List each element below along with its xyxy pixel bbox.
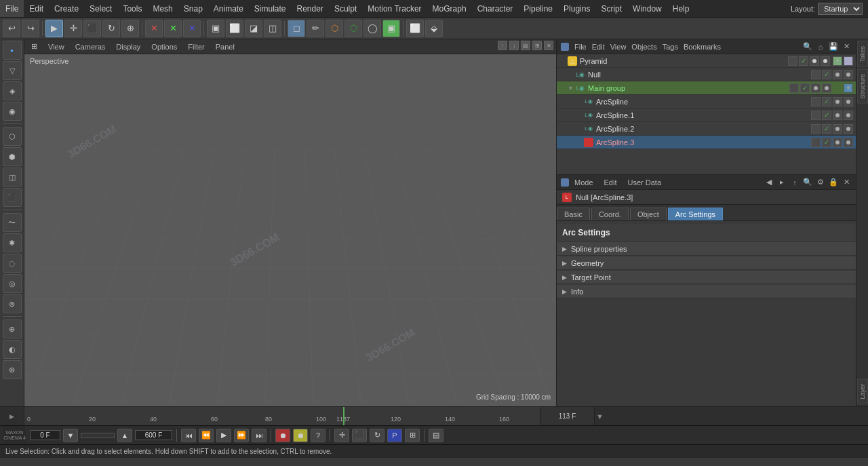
sidebar-spline-5[interactable]: ⊚	[3, 294, 22, 313]
arcspline3-dot-2[interactable]	[844, 138, 853, 147]
arcspline3-check[interactable]: ✓	[822, 138, 831, 147]
arcspline1-badge-1[interactable]	[811, 111, 821, 120]
render-view-button[interactable]: ◪	[245, 20, 262, 37]
obj-expand-main-group[interactable]: ▼	[568, 85, 576, 92]
next-frame-button[interactable]: ⏩	[234, 429, 249, 442]
vp-menu-display[interactable]: Display	[113, 43, 143, 51]
end-frame-input[interactable]	[135, 430, 172, 440]
layout-dropdown[interactable]: Startup	[818, 3, 863, 15]
am-menu-user-data[interactable]: User Data	[628, 178, 662, 187]
nav-cube-button[interactable]: ◻	[288, 20, 305, 37]
sidebar-tool-2[interactable]: ◈	[3, 81, 22, 100]
move-tool-button[interactable]: ✛	[64, 20, 82, 37]
arcspline2-dot-1[interactable]	[833, 124, 842, 134]
sidebar-misc-1[interactable]: ⊕	[3, 319, 22, 338]
transform-tool-button[interactable]: ⊕	[121, 20, 139, 37]
am-close-icon[interactable]: ✕	[841, 177, 852, 188]
paint-button[interactable]: ✏	[307, 20, 324, 37]
pyramid-badge-1[interactable]	[788, 56, 797, 66]
side-tab-layer[interactable]: Layer	[857, 379, 868, 404]
sidebar-misc-2[interactable]: ◐	[3, 340, 22, 359]
frame-step-up[interactable]: ▲	[117, 429, 132, 442]
menu-snap[interactable]: Snap	[178, 0, 208, 17]
arcspline2-badge-1[interactable]	[811, 124, 821, 134]
menu-file[interactable]: File	[0, 0, 24, 17]
redo-button[interactable]: ↪	[22, 20, 39, 37]
sidebar-object-mode[interactable]: ●	[3, 41, 22, 60]
vp-menu-options[interactable]: Options	[149, 43, 180, 51]
obj-row-main-group[interactable]: ▼ L◉ Main group ✓ ⊕	[557, 81, 856, 95]
obj-row-null[interactable]: L◉ Null ✓	[557, 68, 856, 81]
null-check[interactable]: ✓	[822, 70, 831, 79]
am-icon-1[interactable]: ◀	[764, 177, 774, 188]
menu-simulate[interactable]: Simulate	[249, 0, 292, 17]
am-icon-3[interactable]: ↑	[789, 177, 800, 188]
frame-step-down[interactable]: ▼	[63, 429, 78, 442]
zaxis-button[interactable]: ✕	[183, 20, 201, 37]
menu-motion-tracker[interactable]: Motion Tracker	[362, 0, 427, 17]
pyramid-dot-1[interactable]	[810, 56, 819, 66]
menu-edit[interactable]: Edit	[24, 0, 49, 17]
am-menu-edit[interactable]: Edit	[604, 178, 617, 187]
obj-row-arcspline3[interactable]: L◉ ArcSpline.3 ✓	[557, 136, 856, 149]
move-keyframe-button[interactable]: ✛	[334, 429, 349, 442]
side-tab-takes[interactable]: Takes	[857, 41, 868, 67]
menu-character[interactable]: Character	[472, 0, 519, 17]
attr-tab-coord[interactable]: Coord.	[591, 208, 629, 220]
render-region-button[interactable]: ⬜	[226, 20, 243, 37]
sidebar-spline-1[interactable]: 〜	[3, 213, 22, 232]
sidebar-spline-2[interactable]: ✱	[3, 233, 22, 252]
om-menu-view[interactable]: View	[610, 43, 627, 51]
vp-menu-cameras[interactable]: Cameras	[73, 43, 108, 51]
param-keyframe-button[interactable]: P	[387, 429, 402, 442]
arcspline1-dot-2[interactable]	[844, 111, 853, 120]
motion-clip-button[interactable]: ▤	[429, 429, 443, 442]
attr-tab-object[interactable]: Object	[630, 208, 667, 220]
menu-sculpt[interactable]: Sculpt	[329, 0, 362, 17]
scale-keyframe-button[interactable]: ↻	[370, 429, 384, 442]
vp-menu-icon[interactable]: ⊞	[28, 42, 40, 51]
attr-tab-basic[interactable]: Basic	[557, 208, 590, 220]
arcspline-check[interactable]: ✓	[822, 97, 831, 106]
vp-menu-filter[interactable]: Filter	[185, 43, 207, 51]
vp-icon-2[interactable]: ↓	[509, 41, 519, 50]
sidebar-poly-4[interactable]: ⬛	[3, 188, 22, 207]
arcspline3-badge-1[interactable]	[811, 138, 821, 147]
menu-create[interactable]: Create	[49, 0, 84, 17]
menu-script[interactable]: Script	[595, 0, 627, 17]
arcspline-dot-2[interactable]	[844, 97, 853, 106]
om-menu-file[interactable]: File	[574, 43, 587, 51]
menu-tools[interactable]: Tools	[117, 0, 147, 17]
obj-row-arcspline[interactable]: L◉ ArcSpline ✓	[557, 95, 856, 109]
sidebar-spline-4[interactable]: ◎	[3, 274, 22, 293]
am-menu-mode[interactable]: Mode	[574, 178, 593, 187]
vp-menu-view[interactable]: View	[45, 43, 67, 51]
sidebar-poly-1[interactable]: ⬡	[3, 127, 22, 146]
sidebar-tool-1[interactable]: ▽	[3, 61, 22, 80]
vp-icon-3[interactable]: ▤	[521, 41, 530, 50]
timeline-scroll[interactable]: ▼	[594, 407, 605, 425]
om-menu-bookmarks[interactable]: Bookmarks	[684, 43, 721, 51]
goto-end-button[interactable]: ⏭	[252, 429, 267, 442]
arcspline2-check[interactable]: ✓	[822, 124, 831, 134]
vp-icon-1[interactable]: ↑	[498, 41, 507, 50]
rotate-tool-button[interactable]: ↻	[102, 20, 120, 37]
obj-cube-button[interactable]: ⬡	[326, 20, 343, 37]
render-button[interactable]: ▣	[207, 20, 224, 37]
all-keyframe-button[interactable]: ⊞	[405, 429, 420, 442]
attr-section-header-info[interactable]: ▶ Info	[557, 285, 856, 298]
attr-section-header-geometry[interactable]: ▶ Geometry	[557, 256, 856, 270]
timeline-playhead[interactable]	[343, 407, 344, 425]
attr-section-header-spline-props[interactable]: ▶ Spline properties	[557, 242, 856, 256]
main-group-check[interactable]: ✓	[800, 83, 810, 93]
attr-tab-arc-settings[interactable]: Arc Settings	[668, 208, 723, 220]
rotate-keyframe-button[interactable]: ⬛	[352, 429, 367, 442]
scale-tool-button[interactable]: ⬛	[83, 20, 101, 37]
pyramid-check[interactable]: ✓	[799, 56, 808, 66]
om-menu-objects[interactable]: Objects	[631, 43, 656, 51]
menu-help[interactable]: Help	[667, 0, 695, 17]
arcspline1-dot-1[interactable]	[833, 111, 842, 120]
viewport-canvas[interactable]: Perspective Grid Spacing : 10000 cm 3D66…	[24, 54, 556, 406]
menu-plugins[interactable]: Plugins	[558, 0, 595, 17]
null-dot-2[interactable]	[844, 70, 853, 79]
